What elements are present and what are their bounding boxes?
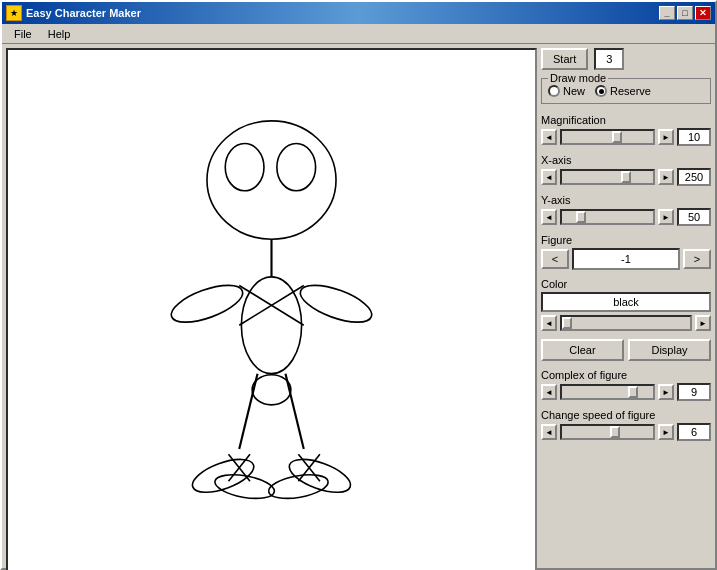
window-title: Easy Character Maker (26, 7, 141, 19)
xaxis-right-arrow[interactable]: ► (658, 169, 674, 185)
main-window: ★ Easy Character Maker _ □ ✕ File Help (0, 0, 717, 570)
action-buttons: Clear Display (541, 339, 711, 361)
color-thumb[interactable] (562, 317, 572, 329)
title-bar: ★ Easy Character Maker _ □ ✕ (2, 2, 715, 24)
drawing-canvas[interactable] (8, 50, 535, 570)
yaxis-slider-row: ◄ ► 50 (541, 208, 711, 226)
complex-label: Complex of figure (541, 369, 711, 381)
minimize-button[interactable]: _ (659, 6, 675, 20)
magnification-track[interactable] (560, 129, 655, 145)
speed-track[interactable] (560, 424, 655, 440)
complex-track[interactable] (560, 384, 655, 400)
figure-value: -1 (572, 248, 680, 270)
svg-line-9 (239, 374, 257, 449)
color-section: Color black ◄ ► (541, 278, 711, 331)
menu-file[interactable]: File (6, 26, 40, 42)
right-panel: Start 3 Draw mode New Reserve (541, 48, 711, 570)
complex-right-arrow[interactable]: ► (658, 384, 674, 400)
svg-point-15 (252, 375, 291, 405)
magnification-thumb[interactable] (612, 131, 622, 143)
magnification-slider-row: ◄ ► 10 (541, 128, 711, 146)
display-button[interactable]: Display (628, 339, 711, 361)
draw-mode-label: Draw mode (548, 72, 608, 84)
magnification-section: Magnification ◄ ► 10 (541, 114, 711, 146)
menu-help[interactable]: Help (40, 26, 79, 42)
top-row: Start 3 (541, 48, 711, 70)
complex-left-arrow[interactable]: ◄ (541, 384, 557, 400)
maximize-button[interactable]: □ (677, 6, 693, 20)
speed-section: Change speed of figure ◄ ► 6 (541, 409, 711, 441)
app-icon: ★ (6, 5, 22, 21)
speed-left-arrow[interactable]: ◄ (541, 424, 557, 440)
title-bar-left: ★ Easy Character Maker (6, 5, 141, 21)
figure-prev-button[interactable]: < (541, 249, 569, 269)
counter-box: 3 (594, 48, 624, 70)
xaxis-slider-row: ◄ ► 250 (541, 168, 711, 186)
speed-label: Change speed of figure (541, 409, 711, 421)
yaxis-left-arrow[interactable]: ◄ (541, 209, 557, 225)
yaxis-section: Y-axis ◄ ► 50 (541, 194, 711, 226)
speed-thumb[interactable] (610, 426, 620, 438)
svg-point-14 (267, 471, 330, 503)
menubar: File Help (2, 24, 715, 44)
color-right-arrow[interactable]: ► (695, 315, 711, 331)
complex-section: Complex of figure ◄ ► 9 (541, 369, 711, 401)
xaxis-track[interactable] (560, 169, 655, 185)
color-slider-row: ◄ ► (541, 315, 711, 331)
magnification-value: 10 (677, 128, 711, 146)
speed-slider-row: ◄ ► 6 (541, 423, 711, 441)
clear-button[interactable]: Clear (541, 339, 624, 361)
magnification-label: Magnification (541, 114, 711, 126)
canvas-area[interactable] (6, 48, 537, 570)
draw-mode-group: Draw mode New Reserve (541, 78, 711, 104)
complex-thumb[interactable] (628, 386, 638, 398)
radio-new-circle[interactable] (548, 85, 560, 97)
svg-point-1 (225, 143, 264, 190)
title-buttons: _ □ ✕ (659, 6, 711, 20)
xaxis-label: X-axis (541, 154, 711, 166)
yaxis-track[interactable] (560, 209, 655, 225)
color-display: black (541, 292, 711, 312)
speed-right-arrow[interactable]: ► (658, 424, 674, 440)
svg-line-10 (285, 374, 303, 449)
radio-reserve-circle[interactable] (595, 85, 607, 97)
figure-controls: < -1 > (541, 248, 711, 270)
complex-slider-row: ◄ ► 9 (541, 383, 711, 401)
svg-point-4 (241, 277, 301, 374)
magnification-right-arrow[interactable]: ► (658, 129, 674, 145)
xaxis-left-arrow[interactable]: ◄ (541, 169, 557, 185)
start-button[interactable]: Start (541, 48, 588, 70)
main-content: Start 3 Draw mode New Reserve (2, 44, 715, 570)
color-label: Color (541, 278, 711, 290)
svg-point-2 (277, 143, 316, 190)
speed-value: 6 (677, 423, 711, 441)
yaxis-thumb[interactable] (576, 211, 586, 223)
radio-new-label: New (563, 85, 585, 97)
svg-point-0 (207, 121, 336, 239)
radio-reserve[interactable]: Reserve (595, 85, 651, 97)
close-button[interactable]: ✕ (695, 6, 711, 20)
figure-next-button[interactable]: > (683, 249, 711, 269)
xaxis-value: 250 (677, 168, 711, 186)
figure-section: Figure < -1 > (541, 234, 711, 270)
figure-label: Figure (541, 234, 711, 246)
svg-point-5 (167, 278, 247, 330)
radio-new[interactable]: New (548, 85, 585, 97)
yaxis-label: Y-axis (541, 194, 711, 206)
xaxis-thumb[interactable] (621, 171, 631, 183)
complex-value: 9 (677, 383, 711, 401)
yaxis-right-arrow[interactable]: ► (658, 209, 674, 225)
magnification-left-arrow[interactable]: ◄ (541, 129, 557, 145)
radio-row: New Reserve (548, 85, 704, 97)
color-left-arrow[interactable]: ◄ (541, 315, 557, 331)
xaxis-section: X-axis ◄ ► 250 (541, 154, 711, 186)
svg-point-6 (296, 278, 376, 330)
yaxis-value: 50 (677, 208, 711, 226)
color-track[interactable] (560, 315, 692, 331)
radio-reserve-label: Reserve (610, 85, 651, 97)
